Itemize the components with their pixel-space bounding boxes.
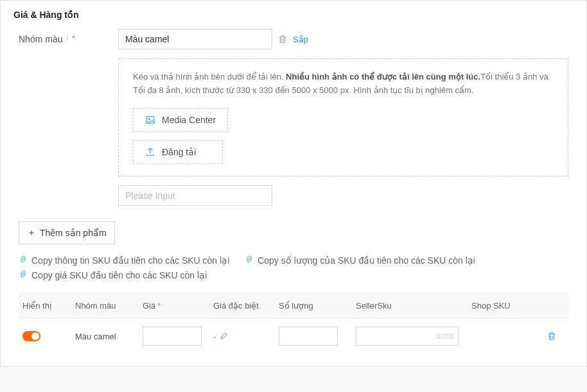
copy-price-link[interactable]: Copy giá SKU đầu tiên cho các SKU còn lạ…: [19, 268, 207, 284]
header-display: Hiển thị: [22, 301, 75, 311]
header-special-price: Giá đặc biệt: [213, 301, 279, 311]
delete-row-icon[interactable]: [547, 331, 557, 341]
sku-table: Hiển thị Nhóm màu Giá * Giá đặc biệt Số …: [19, 293, 568, 354]
edit-special-price-icon[interactable]: [220, 330, 229, 342]
display-toggle[interactable]: [22, 331, 40, 341]
trash-icon[interactable]: [277, 34, 288, 44]
sort-link[interactable]: Sắp: [293, 35, 308, 44]
info-icon: i: [66, 34, 67, 42]
upload-button[interactable]: Đăng tải: [133, 140, 223, 164]
copy-qty-link[interactable]: Copy số lượng của SKU đầu tiên cho các S…: [245, 253, 475, 269]
header-sellersku: SellerSku: [356, 301, 471, 311]
copy-sku-info-link[interactable]: Copy thông tin SKU đầu tiên cho các SKU …: [19, 253, 229, 269]
price-input[interactable]: [143, 327, 202, 346]
header-shopsku: Shop SKU: [471, 301, 539, 311]
required-asterisk: *: [72, 34, 75, 43]
header-qty: Số lượng: [279, 301, 356, 311]
special-dash: -: [213, 332, 216, 341]
variant-second-input[interactable]: [118, 185, 272, 206]
qty-input[interactable]: [279, 327, 338, 346]
plus-icon: ＋: [27, 227, 36, 239]
row-color-value: Màu camel: [75, 332, 143, 341]
svg-point-1: [148, 118, 150, 119]
variant-value-input[interactable]: [118, 29, 272, 49]
header-color: Nhóm màu: [75, 301, 143, 311]
upload-description: Kéo và thả hình ảnh bên dưới để tải lên.…: [133, 71, 554, 98]
add-product-button[interactable]: ＋ Thêm sản phẩm: [19, 221, 115, 244]
image-upload-panel: Kéo và thả hình ảnh bên dưới để tải lên.…: [118, 58, 568, 176]
header-price: Giá *: [143, 301, 213, 311]
variant-label: Nhóm màu i *: [19, 29, 118, 206]
sellersku-input[interactable]: [356, 327, 459, 346]
table-row: Màu camel -: [19, 319, 568, 354]
section-title: Giá & Hàng tồn: [1, 1, 586, 26]
media-center-button[interactable]: Media Center: [133, 108, 228, 132]
table-header-row: Hiển thị Nhóm màu Giá * Giá đặc biệt Số …: [19, 293, 568, 319]
